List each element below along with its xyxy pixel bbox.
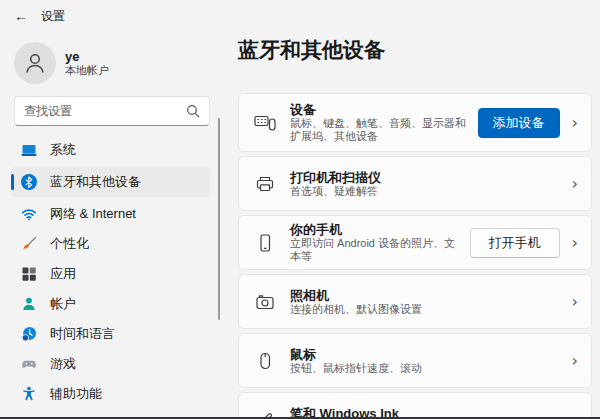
page-title: 蓝牙和其他设备 [238,36,385,64]
sidebar-scrollbar[interactable] [218,118,220,320]
phone-icon [253,232,277,254]
user-profile[interactable]: ye 本地帐户 [14,42,109,84]
back-button[interactable]: ← [14,9,28,23]
sidebar-item-network[interactable]: 网络 & Internet [11,199,210,229]
sidebar-item-label: 个性化 [50,235,89,253]
accessibility-icon [21,386,37,402]
network-icon [21,206,37,222]
titlebar: ← 设置 [0,0,65,32]
card-mouse[interactable]: 鼠标 按钮、鼠标指针速度、滚动 › [238,333,592,388]
sidebar-item-time-language[interactable]: 时间和语言 [11,319,210,349]
card-title: 设备 [290,102,472,117]
card-subtitle: 鼠标、键盘、触笔、音频、显示器和扩展坞、其他设备 [290,117,472,143]
account-icon [21,296,37,312]
sidebar-item-personalization[interactable]: 个性化 [11,229,210,259]
card-subtitle: 首选项、疑难解答 [290,185,566,198]
chevron-right-icon: › [572,353,578,369]
chevron-right-icon: › [572,176,578,192]
card-camera[interactable]: 照相机 连接的相机、默认图像设置 › [238,274,592,329]
camera-icon [253,291,277,313]
chevron-right-icon: › [572,235,578,251]
sidebar-item-accounts[interactable]: 帐户 [11,289,210,319]
chevron-right-icon: › [572,294,578,310]
sidebar-item-system[interactable]: 系统 [11,135,210,165]
sidebar-item-label: 时间和语言 [50,325,115,343]
sidebar-nav: 系统 蓝牙和其他设备 [11,135,210,409]
sidebar-item-label: 游戏 [50,355,76,373]
search-icon [186,104,200,118]
search-input[interactable] [24,104,186,118]
sidebar: ye 本地帐户 系统 [0,32,230,419]
sidebar-item-label: 蓝牙和其他设备 [50,173,141,191]
chevron-right-icon: › [572,115,578,131]
system-icon [21,142,37,158]
card-printers-scanners[interactable]: 打印机和扫描仪 首选项、疑难解答 › [238,156,592,211]
chevron-right-icon: › [572,412,578,419]
sidebar-item-label: 系统 [50,141,76,159]
sidebar-item-accessibility[interactable]: 辅助功能 [11,379,210,409]
card-subtitle: 按钮、鼠标指针速度、滚动 [290,362,566,375]
gaming-icon [21,356,37,372]
card-your-phone[interactable]: 你的手机 立即访问 Android 设备的照片、文本等 打开手机 › [238,215,592,270]
sidebar-item-apps[interactable]: 应用 [11,259,210,289]
user-name: ye [65,49,109,64]
card-title: 鼠标 [290,347,566,362]
settings-cards: 设备 鼠标、键盘、触笔、音频、显示器和扩展坞、其他设备 添加设备 › 打印机和扫… [238,93,592,419]
user-account-type: 本地帐户 [65,64,109,77]
bluetooth-icon [21,174,37,190]
card-title: 你的手机 [290,222,464,237]
time-language-icon [21,326,37,342]
pen-icon [253,409,277,419]
sidebar-item-bluetooth-devices[interactable]: 蓝牙和其他设备 [11,167,210,197]
window-title: 设置 [41,8,65,25]
add-device-button[interactable]: 添加设备 [478,108,560,138]
card-subtitle: 连接的相机、默认图像设置 [290,303,566,316]
open-phone-button[interactable]: 打开手机 [470,228,560,258]
card-subtitle: 立即访问 Android 设备的照片、文本等 [290,237,464,263]
sidebar-item-gaming[interactable]: 游戏 [11,349,210,379]
sidebar-item-label: 帐户 [50,295,76,313]
sidebar-item-label: 辅助功能 [50,385,102,403]
mouse-icon [253,350,277,372]
avatar [14,42,56,84]
sidebar-item-label: 应用 [50,265,76,283]
card-title: 打印机和扫描仪 [290,170,566,185]
devices-icon [253,112,277,134]
main-content: 蓝牙和其他设备 设备 鼠标、键盘、触笔、音频、显示器和扩展坞、其他设备 添加设备… [238,32,592,419]
settings-window: ← 设置 ye 本地帐户 [0,0,600,419]
person-icon [22,50,48,76]
printer-icon [253,173,277,195]
personalization-icon [21,236,37,252]
card-devices[interactable]: 设备 鼠标、键盘、触笔、音频、显示器和扩展坞、其他设备 添加设备 › [238,93,592,152]
card-title: 照相机 [290,288,566,303]
apps-icon [21,266,37,282]
sidebar-item-label: 网络 & Internet [50,205,136,223]
search-box[interactable] [14,96,210,126]
card-pen-windows-ink[interactable]: 笔和 Windows Ink 右手或左手、笔按钮快捷方式、手写 › [238,392,592,419]
card-title: 笔和 Windows Ink [290,406,566,419]
